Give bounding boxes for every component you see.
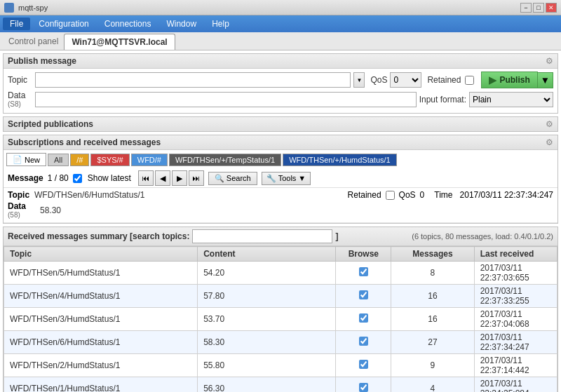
table-row[interactable]: WFD/THSen/4/HumdStatus/157.80162017/03/1… xyxy=(4,285,557,308)
subscription-tab-temp[interactable]: WFD/THSen/+/TempStatus/1 xyxy=(169,154,281,166)
browse-checkbox[interactable] xyxy=(359,290,368,299)
tab-bar: Control panel Win71@MQTTSVR.local xyxy=(0,32,561,50)
summary-table: Topic Content Browse Messages Last recei… xyxy=(4,246,557,392)
cell-topic: WFD/THSen/3/HumdStatus/1 xyxy=(4,308,198,331)
publish-message-header[interactable]: Publish message ⚙ xyxy=(4,54,557,69)
subscription-tab-sys[interactable]: $SYS/# xyxy=(90,154,129,166)
cell-messages: 27 xyxy=(391,331,474,354)
input-format-label: Input format: xyxy=(419,95,466,104)
tools-button[interactable]: 🔧 Tools ▼ xyxy=(262,172,311,185)
nav-next-button[interactable]: ▶ xyxy=(172,170,187,186)
data-input[interactable] xyxy=(35,92,417,107)
scripted-publications-header[interactable]: Scripted publications ⚙ xyxy=(3,116,558,132)
minimize-button[interactable]: − xyxy=(520,3,532,13)
detail-data-label: Data xyxy=(8,201,30,211)
summary-search-input[interactable] xyxy=(192,229,332,243)
nav-last-button[interactable]: ⏭ xyxy=(189,170,204,186)
summary-section: Received messages summary [search topics… xyxy=(3,227,558,392)
menu-configuration[interactable]: Configuration xyxy=(32,18,95,30)
data-sublabel: (S8) xyxy=(8,100,21,108)
publish-label: Publish xyxy=(499,75,529,85)
qos-select[interactable]: 0 1 2 xyxy=(390,72,421,88)
detail-retained-checkbox[interactable] xyxy=(386,191,395,200)
cell-browse[interactable] xyxy=(336,262,391,285)
close-button[interactable]: ✕ xyxy=(546,3,557,13)
cell-content: 58.30 xyxy=(198,331,336,354)
publish-button[interactable]: ▶ Publish xyxy=(481,72,537,88)
subscriptions-header[interactable]: Subscriptions and received messages ⚙ xyxy=(4,135,557,150)
cell-messages: 9 xyxy=(391,354,474,377)
message-label: Message xyxy=(8,173,43,183)
cell-topic: WFD/THSen/5/HumdStatus/1 xyxy=(4,262,198,285)
summary-header: Received messages summary [search topics… xyxy=(4,227,557,246)
cell-last-received: 2017/03/11 22:37:04:068 xyxy=(474,308,557,331)
nav-prev-button[interactable]: ◀ xyxy=(155,170,170,186)
new-subscription-button[interactable]: 📄 New xyxy=(6,153,46,166)
detail-topic-value: WFD/THSen/6/HumdStatus/1 xyxy=(34,190,144,200)
cell-browse[interactable] xyxy=(336,377,391,393)
maximize-button[interactable]: □ xyxy=(533,3,544,13)
col-header-topic: Topic xyxy=(4,247,198,262)
summary-header-left: Received messages summary [search topics… xyxy=(8,229,338,243)
retained-checkbox[interactable] xyxy=(465,76,474,85)
browse-checkbox[interactable] xyxy=(359,313,368,323)
cell-last-received: 2017/03/11 22:37:03:655 xyxy=(474,262,557,285)
publish-message-body: Topic ▼ QoS 0 1 2 Retained ▶ Publish ▼ xyxy=(4,69,557,113)
message-detail: Topic WFD/THSen/6/HumdStatus/1 Retained … xyxy=(4,188,557,223)
cell-content: 54.20 xyxy=(198,262,336,285)
search-button[interactable]: 🔍 Search xyxy=(208,172,257,185)
topic-row: Topic ▼ QoS 0 1 2 Retained ▶ Publish ▼ xyxy=(8,72,553,88)
table-row[interactable]: WFD/THSen/5/HumdStatus/154.2082017/03/11… xyxy=(4,262,557,285)
data-row: Data (S8) Input format: Plain Base64 Hex xyxy=(8,90,553,108)
input-format-select[interactable]: Plain Base64 Hex xyxy=(469,92,553,107)
topic-dropdown[interactable]: ▼ xyxy=(353,72,365,88)
scripted-gear-icon: ⚙ xyxy=(546,119,553,129)
nav-first-button[interactable]: ⏮ xyxy=(138,170,154,186)
cell-messages: 16 xyxy=(391,285,474,308)
cell-browse[interactable] xyxy=(336,285,391,308)
browse-checkbox[interactable] xyxy=(359,360,368,369)
menu-window[interactable]: Window xyxy=(159,18,203,30)
publish-gear-icon: ⚙ xyxy=(546,56,553,66)
cell-last-received: 2017/03/11 22:37:14:442 xyxy=(474,354,557,377)
cell-browse[interactable] xyxy=(336,354,391,377)
detail-qos-value: 0 xyxy=(420,190,425,200)
table-row[interactable]: WFD/THSen/1/HumdStatus/156.3042017/03/11… xyxy=(4,377,557,393)
scripted-publications-title: Scripted publications xyxy=(8,119,93,129)
subscription-tab-hash[interactable]: /# xyxy=(70,154,89,166)
cell-messages: 16 xyxy=(391,308,474,331)
cell-browse[interactable] xyxy=(336,331,391,354)
menu-file[interactable]: File xyxy=(3,18,30,30)
table-row[interactable]: WFD/THSen/3/HumdStatus/153.70162017/03/1… xyxy=(4,308,557,331)
show-latest-checkbox[interactable] xyxy=(73,174,82,183)
table-header-row: Topic Content Browse Messages Last recei… xyxy=(4,247,557,262)
browse-checkbox[interactable] xyxy=(359,383,368,392)
subscription-tab-all[interactable]: All xyxy=(48,154,69,166)
subscription-tab-wfd-hash[interactable]: WFD/# xyxy=(131,154,168,166)
qos-label: QoS xyxy=(370,75,387,85)
menu-connections[interactable]: Connections xyxy=(97,18,158,30)
subscription-tabs-row: 📄 New All /# $SYS/# WFD/# WFD/THSen/+/Te… xyxy=(4,150,557,169)
table-row[interactable]: WFD/THSen/6/HumdStatus/158.30272017/03/1… xyxy=(4,331,557,354)
main-content: Publish message ⚙ Topic ▼ QoS 0 1 2 Reta… xyxy=(0,50,561,392)
col-header-content: Content xyxy=(198,247,336,262)
cell-topic: WFD/THSen/4/HumdStatus/1 xyxy=(4,285,198,308)
tools-dropdown-icon: ▼ xyxy=(298,174,306,182)
subscription-tab-humid[interactable]: WFD/THSen/+/HumdStatus/1 xyxy=(283,154,397,166)
active-connection-tab[interactable]: Win71@MQTTSVR.local xyxy=(64,34,175,50)
menu-help[interactable]: Help xyxy=(205,18,236,30)
detail-data-value: 58.30 xyxy=(40,205,61,215)
topic-input[interactable] xyxy=(35,72,351,88)
summary-table-container: Topic Content Browse Messages Last recei… xyxy=(4,246,557,392)
publish-dropdown-button[interactable]: ▼ xyxy=(538,72,553,88)
cell-content: 56.30 xyxy=(198,377,336,393)
browse-checkbox[interactable] xyxy=(359,267,368,276)
data-label: Data xyxy=(8,90,32,100)
publish-message-section: Publish message ⚙ Topic ▼ QoS 0 1 2 Reta… xyxy=(3,53,558,114)
col-header-browse: Browse xyxy=(336,247,391,262)
cell-topic: WFD/THSen/6/HumdStatus/1 xyxy=(4,331,198,354)
table-row[interactable]: WFD/THSen/2/HumdStatus/155.8092017/03/11… xyxy=(4,354,557,377)
browse-checkbox[interactable] xyxy=(359,337,368,346)
window-controls: − □ ✕ xyxy=(520,3,557,13)
cell-browse[interactable] xyxy=(336,308,391,331)
